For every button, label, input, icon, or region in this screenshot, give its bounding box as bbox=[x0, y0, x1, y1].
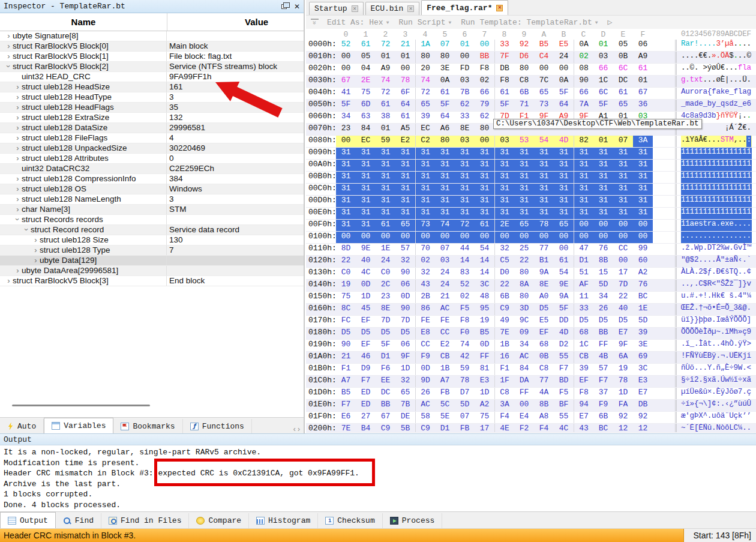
ascii-char[interactable]: . bbox=[698, 376, 703, 387]
ascii-char[interactable]: ñ bbox=[681, 364, 685, 375]
hex-byte[interactable]: D5 bbox=[356, 328, 376, 339]
hex-byte[interactable]: 75 bbox=[475, 412, 494, 423]
hex-byte[interactable]: 00 bbox=[395, 232, 415, 243]
inspector-tree-row[interactable]: ›struct Records records bbox=[0, 215, 304, 225]
ascii-char[interactable]: . bbox=[716, 376, 720, 387]
hex-byte[interactable]: CC bbox=[415, 340, 435, 351]
ascii-char[interactable]: ' bbox=[685, 412, 689, 423]
ascii-char[interactable]: b bbox=[707, 100, 712, 111]
ascii-char[interactable]: . bbox=[742, 40, 746, 51]
ascii-char[interactable]: " bbox=[681, 256, 685, 267]
hex-byte[interactable]: 95 bbox=[475, 304, 494, 315]
hex-byte[interactable]: 02 bbox=[475, 76, 494, 87]
ascii-char[interactable]: ã bbox=[746, 376, 751, 387]
hex-byte[interactable]: 80 bbox=[415, 52, 435, 63]
hex-byte[interactable]: 01 bbox=[593, 136, 613, 147]
ascii-char[interactable]: . bbox=[738, 76, 742, 87]
hex-byte[interactable]: E2 bbox=[435, 340, 455, 351]
hex-byte[interactable]: 74 bbox=[415, 76, 435, 87]
ascii-char[interactable]: © bbox=[690, 64, 694, 75]
ascii-char[interactable]: M bbox=[729, 136, 733, 147]
ascii-char[interactable]: B bbox=[707, 352, 712, 363]
ascii-char[interactable]: Û bbox=[746, 400, 751, 411]
hex-byte[interactable]: 8D bbox=[336, 244, 356, 255]
hex-byte[interactable]: D1 bbox=[435, 424, 455, 432]
ascii-char[interactable]: . bbox=[738, 268, 742, 279]
ascii-char[interactable]: ÷ bbox=[738, 376, 742, 387]
hex-byte[interactable]: D5 bbox=[613, 316, 633, 327]
hex-byte[interactable]: 00 bbox=[633, 232, 653, 243]
ascii-char[interactable]: ÷ bbox=[729, 364, 733, 375]
hex-byte[interactable]: D7 bbox=[455, 388, 475, 399]
ascii-char[interactable]: . bbox=[712, 388, 716, 399]
hex-byte[interactable]: 65 bbox=[554, 220, 574, 231]
tree-value-cell[interactable]: 35 bbox=[167, 103, 304, 112]
inspector-tree-row[interactable]: ›struct uleb128 HeadFlags35 bbox=[0, 103, 304, 113]
horizontal-scrollbar-thumb[interactable] bbox=[12, 405, 150, 406]
ascii-char[interactable]: . bbox=[734, 76, 738, 87]
ascii-char[interactable]: 1 bbox=[738, 196, 742, 207]
ascii-char[interactable]: . bbox=[707, 292, 712, 303]
ascii-char[interactable]: 1 bbox=[734, 172, 738, 183]
hex-byte[interactable]: 66 bbox=[475, 88, 494, 99]
ascii-char[interactable]: ¼ bbox=[746, 292, 751, 303]
hex-byte[interactable]: B4 bbox=[356, 424, 376, 432]
hex-byte[interactable]: 00 bbox=[494, 232, 514, 243]
tree-name-cell[interactable]: ›struct uleb128 CompressionInfo bbox=[0, 174, 167, 184]
tab-scroll-arrows[interactable]: ‹ › bbox=[293, 425, 304, 433]
ascii-char[interactable]: È bbox=[721, 76, 725, 87]
ascii-char[interactable]: Ù bbox=[685, 364, 689, 375]
ascii-char[interactable]: ’ bbox=[746, 412, 751, 423]
hex-byte[interactable]: 61 bbox=[395, 112, 415, 123]
hex-byte[interactable]: A7 bbox=[435, 376, 455, 387]
hex-byte[interactable]: 06 bbox=[395, 280, 415, 291]
inspector-tree-row[interactable]: ›struct uleb128 CompressionInfo384 bbox=[0, 174, 304, 184]
hex-byte[interactable]: 31 bbox=[336, 160, 356, 171]
ascii-char[interactable]: 1 bbox=[712, 160, 716, 171]
tree-value-cell[interactable]: Main block bbox=[167, 41, 304, 51]
ascii-char[interactable]: a bbox=[742, 88, 746, 99]
ascii-char[interactable]: € bbox=[703, 136, 707, 147]
ascii-char[interactable]: 3 bbox=[707, 112, 712, 123]
ascii-char[interactable]: 1 bbox=[734, 160, 738, 171]
tree-name-cell[interactable]: ›struct RarBlockV5 Block[3] bbox=[0, 276, 167, 286]
ascii-char[interactable]: ¬ bbox=[703, 304, 707, 315]
ascii-char[interactable]: ] bbox=[707, 400, 712, 411]
ascii-char[interactable]: ´ bbox=[734, 124, 738, 135]
hex-byte[interactable]: DE bbox=[395, 412, 415, 423]
ascii-char[interactable]: 1 bbox=[729, 184, 733, 195]
ascii-char[interactable]: 1 bbox=[716, 208, 720, 219]
ascii-char[interactable]: 1 bbox=[681, 184, 685, 195]
hex-byte[interactable]: 31 bbox=[514, 148, 534, 159]
ascii-char[interactable]: } bbox=[716, 112, 720, 123]
ascii-char[interactable]: . bbox=[707, 136, 712, 147]
ascii-char[interactable]: 1 bbox=[703, 196, 707, 207]
ascii-char[interactable]: L bbox=[685, 268, 689, 279]
hex-byte[interactable]: 08 bbox=[574, 64, 593, 75]
ascii-char[interactable]: ¡ bbox=[725, 124, 729, 135]
hex-byte[interactable]: 31 bbox=[633, 208, 653, 219]
ascii-char[interactable]: x bbox=[742, 376, 746, 387]
ascii-char[interactable]: 1 bbox=[690, 160, 694, 171]
ascii-char[interactable]: . bbox=[690, 52, 694, 63]
expand-chevron-icon[interactable]: › bbox=[32, 245, 40, 254]
hex-byte[interactable]: 07 bbox=[613, 136, 633, 147]
hex-byte[interactable]: 14 bbox=[475, 268, 494, 279]
hex-byte[interactable]: 7C bbox=[534, 76, 554, 87]
hex-byte[interactable]: BB bbox=[593, 328, 613, 339]
hex-byte[interactable]: 31 bbox=[514, 160, 534, 171]
tree-name-cell[interactable]: ›struct RarBlockV5 Block[0] bbox=[0, 41, 167, 51]
hex-byte[interactable]: 31 bbox=[475, 160, 494, 171]
hex-byte[interactable]: 31 bbox=[633, 172, 653, 183]
ascii-char[interactable]: 1 bbox=[738, 208, 742, 219]
hex-byte[interactable]: 61 bbox=[613, 88, 633, 99]
ascii-char[interactable]: 6 bbox=[746, 100, 751, 111]
hex-byte[interactable]: 33 bbox=[455, 112, 475, 123]
ascii-char[interactable]: 1 bbox=[698, 172, 703, 183]
ascii-char[interactable]: ’ bbox=[721, 40, 725, 51]
ascii-char[interactable]: t bbox=[690, 76, 694, 87]
ascii-char[interactable]: ¯ bbox=[734, 280, 738, 291]
ascii-char[interactable]: b bbox=[712, 112, 716, 123]
hex-byte[interactable]: 23 bbox=[376, 292, 395, 303]
hex-byte[interactable]: 17 bbox=[613, 268, 633, 279]
